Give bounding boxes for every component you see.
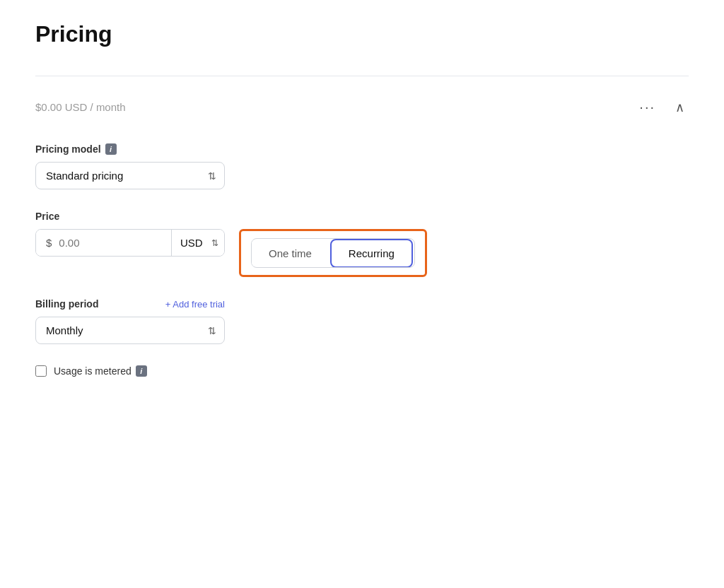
currency-select-wrapper: USD EUR GBP CAD ⇅	[171, 230, 224, 256]
price-section: Price $ USD EUR GBP CAD ⇅ One time Recur…	[35, 211, 689, 277]
currency-symbol: $	[36, 230, 59, 256]
recurring-highlight-box: One time Recurring	[239, 229, 427, 277]
recurring-button[interactable]: Recurring	[330, 239, 413, 268]
payment-type-container: One time Recurring	[239, 229, 427, 277]
price-summary-text: $0.00 USD / month	[35, 101, 126, 113]
price-row: $ USD EUR GBP CAD ⇅ One time Recurring	[35, 229, 689, 277]
price-summary-actions: ··· ∧	[635, 96, 689, 118]
pricing-model-select[interactable]: Standard pricing Package pricing Graduat…	[35, 162, 225, 189]
billing-period-select-wrapper: Monthly Weekly Every 3 months Every 6 mo…	[35, 317, 225, 344]
currency-select[interactable]: USD EUR GBP CAD	[172, 230, 224, 256]
price-summary-row: $0.00 USD / month ··· ∧	[35, 96, 689, 124]
price-input[interactable]	[59, 230, 171, 256]
pricing-model-select-wrapper: Standard pricing Package pricing Graduat…	[35, 162, 225, 189]
usage-metered-checkbox[interactable]	[35, 365, 47, 377]
pricing-model-section: Pricing model i Standard pricing Package…	[35, 143, 689, 189]
pricing-model-label: Pricing model i	[35, 143, 689, 155]
pricing-model-info-icon: i	[105, 143, 117, 155]
usage-metered-section: Usage is metered i	[35, 365, 689, 377]
add-free-trial-button[interactable]: + Add free trial	[165, 299, 225, 310]
one-time-button[interactable]: One time	[252, 240, 329, 266]
billing-period-section: Billing period + Add free trial Monthly …	[35, 298, 689, 344]
usage-metered-label: Usage is metered i	[54, 365, 147, 377]
price-input-group: $ USD EUR GBP CAD ⇅	[35, 229, 225, 257]
more-options-button[interactable]: ···	[635, 96, 660, 118]
billing-period-select[interactable]: Monthly Weekly Every 3 months Every 6 mo…	[35, 317, 225, 344]
billing-period-label: Billing period	[35, 298, 98, 310]
page-title: Pricing	[35, 21, 689, 47]
collapse-button[interactable]: ∧	[671, 97, 689, 118]
usage-metered-info-icon: i	[136, 365, 147, 377]
price-label: Price	[35, 211, 689, 222]
billing-period-header: Billing period + Add free trial	[35, 298, 225, 310]
payment-type-group: One time Recurring	[251, 238, 415, 268]
